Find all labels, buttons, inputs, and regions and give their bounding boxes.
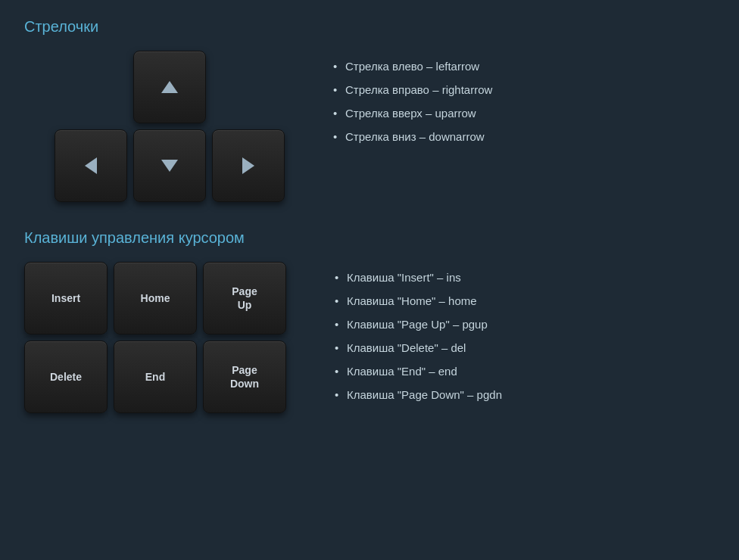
cursor-info-list: Клавиша "Insert" – ins Клавиша "Home" – … bbox=[332, 269, 502, 410]
cursor-title: Клавиши управления курсором bbox=[24, 229, 715, 247]
down-arrow-icon bbox=[161, 160, 178, 172]
insert-key[interactable]: Insert bbox=[24, 262, 108, 334]
arrows-content-row: Стрелка влево – leftarrow Стрелка вправо… bbox=[24, 51, 715, 202]
arrow-right-key[interactable] bbox=[212, 129, 285, 202]
home-key[interactable]: Home bbox=[114, 262, 197, 334]
arrows-info-item-2: Стрелка вправо – rightarrow bbox=[330, 82, 492, 98]
cursor-keys-grid: Insert Home PageUp Delete End PageDown bbox=[24, 262, 286, 413]
pageup-key[interactable]: PageUp bbox=[203, 262, 286, 334]
cursor-info-item-3: Клавиша "Page Up" – pgup bbox=[332, 316, 502, 332]
cursor-info-item-6: Клавиша "Page Down" – pgdn bbox=[332, 387, 502, 403]
cursor-info-item-5: Клавиша "End" – end bbox=[332, 363, 502, 379]
cursor-info-item-4: Клавиша "Delete" – del bbox=[332, 340, 502, 356]
left-arrow-icon bbox=[85, 157, 97, 174]
right-arrow-icon bbox=[242, 157, 254, 174]
arrows-info-item-4: Стрелка вниз – downarrow bbox=[330, 129, 492, 145]
pagedown-key-label: PageDown bbox=[230, 363, 259, 390]
arrow-keys-grid bbox=[55, 51, 285, 202]
arrows-info-item-3: Стрелка вверх – uparrow bbox=[330, 105, 492, 121]
cursor-section: Клавиши управления курсором Insert Home … bbox=[24, 229, 715, 413]
arrows-info-list: Стрелка влево – leftarrow Стрелка вправо… bbox=[330, 58, 492, 152]
arrows-section: Стрелочки Стрелка влево – leftarrow Стре… bbox=[24, 18, 715, 202]
arrow-up-key[interactable] bbox=[133, 51, 206, 123]
end-key[interactable]: End bbox=[114, 341, 197, 413]
pageup-key-label: PageUp bbox=[232, 285, 257, 312]
arrow-left-key[interactable] bbox=[55, 129, 127, 202]
cursor-info-item-2: Клавиша "Home" – home bbox=[332, 293, 502, 309]
arrows-info-item-1: Стрелка влево – leftarrow bbox=[330, 58, 492, 74]
pagedown-key[interactable]: PageDown bbox=[203, 341, 286, 413]
arrow-down-key[interactable] bbox=[133, 129, 206, 202]
cursor-info-item-1: Клавиша "Insert" – ins bbox=[332, 269, 502, 285]
up-arrow-icon bbox=[161, 81, 178, 93]
cursor-content-row: Insert Home PageUp Delete End PageDown К… bbox=[24, 262, 715, 413]
delete-key[interactable]: Delete bbox=[24, 341, 108, 413]
arrows-title: Стрелочки bbox=[24, 18, 715, 36]
